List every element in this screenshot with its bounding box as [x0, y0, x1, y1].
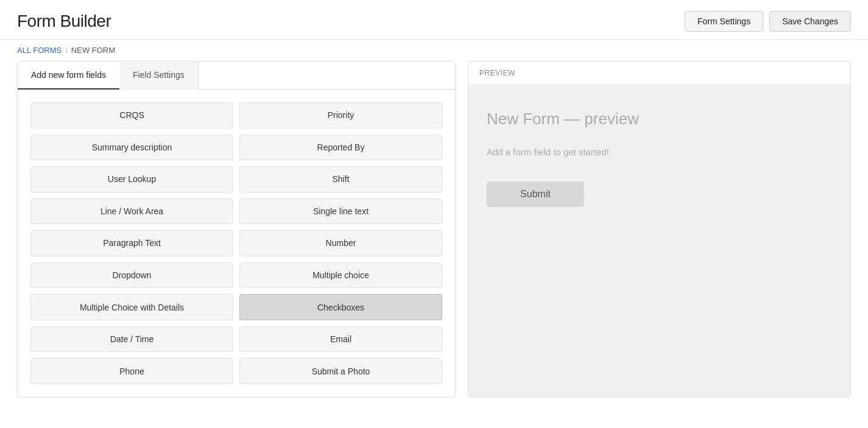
- field-btn-right[interactable]: Single line text: [239, 198, 442, 225]
- field-btn-left[interactable]: CRQS: [30, 102, 233, 128]
- field-btn-right[interactable]: Priority: [239, 102, 442, 128]
- field-btn-right[interactable]: Email: [239, 326, 442, 353]
- fields-grid: CRQSPrioritySummary descriptionReported …: [18, 89, 455, 397]
- left-panel: Add new form fields Field Settings CRQSP…: [17, 61, 456, 398]
- field-btn-left[interactable]: Multiple Choice with Details: [30, 294, 233, 320]
- field-btn-left[interactable]: Summary description: [30, 135, 233, 161]
- preview-header: PREVIEW: [468, 61, 850, 85]
- breadcrumb: ALL FORMS \ NEW FORM: [0, 40, 868, 61]
- preview-empty-text: Add a form field to get started!: [487, 147, 832, 157]
- field-btn-right[interactable]: Shift: [239, 166, 442, 192]
- field-btn-left[interactable]: Paragraph Text: [30, 230, 233, 256]
- breadcrumb-current: NEW FORM: [71, 46, 115, 55]
- preview-submit-button[interactable]: Submit: [487, 181, 584, 207]
- header-actions: Form Settings Save Changes: [685, 11, 851, 32]
- field-btn-right[interactable]: Number: [239, 230, 442, 256]
- right-panel: PREVIEW New Form — preview Add a form fi…: [468, 61, 851, 398]
- preview-body: New Form — preview Add a form field to g…: [468, 85, 850, 397]
- preview-title: New Form — preview: [487, 110, 832, 128]
- tab-field-settings[interactable]: Field Settings: [119, 61, 199, 89]
- save-changes-button[interactable]: Save Changes: [769, 11, 851, 32]
- tab-add-fields[interactable]: Add new form fields: [18, 61, 119, 89]
- main-layout: Add new form fields Field Settings CRQSP…: [0, 61, 868, 410]
- field-btn-left[interactable]: Date / Time: [30, 326, 233, 353]
- field-btn-left[interactable]: Line / Work Area: [30, 198, 233, 225]
- breadcrumb-separator: \: [65, 46, 68, 55]
- field-btn-left[interactable]: User Lookup: [30, 166, 233, 192]
- field-btn-right[interactable]: Multiple choice: [239, 262, 442, 289]
- field-btn-right[interactable]: Reported By: [239, 135, 442, 161]
- tabs: Add new form fields Field Settings: [18, 61, 455, 89]
- all-forms-link[interactable]: ALL FORMS: [17, 46, 62, 55]
- header: Form Builder Form Settings Save Changes: [0, 0, 868, 40]
- field-btn-right[interactable]: Submit a Photo: [239, 358, 442, 384]
- field-btn-left[interactable]: Phone: [30, 358, 233, 384]
- form-settings-button[interactable]: Form Settings: [685, 11, 763, 32]
- field-btn-left[interactable]: Dropdown: [30, 262, 233, 289]
- page-title: Form Builder: [17, 12, 111, 31]
- field-btn-right[interactable]: Checkboxes: [239, 294, 442, 320]
